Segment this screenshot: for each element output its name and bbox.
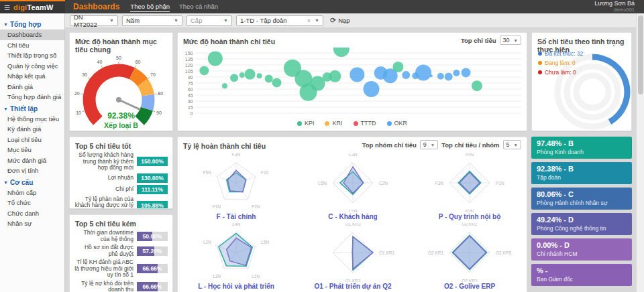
user-id: demo001 <box>594 7 635 13</box>
sidebar-item[interactable]: Mục tiêu <box>0 145 64 155</box>
bubble-panel-title: Mức độ hoàn thành chỉ tiêu <box>178 33 280 48</box>
svg-text:C5N: C5N <box>318 181 327 186</box>
org-score-card[interactable]: 49.24% - DPhòng Công nghệ thông tin <box>531 213 632 235</box>
clear-icon[interactable]: × <box>307 17 311 24</box>
header-tabs: Theo bộ phận Theo cá nhân <box>130 1 218 12</box>
sidebar-item[interactable]: Kỳ đánh giá <box>0 124 64 135</box>
chevron-down-icon: ▼ <box>315 18 319 23</box>
top-bad-row: Hồ sơ xin đất được phê duyệt57.20% <box>74 244 168 257</box>
svg-text:O1.KR3: O1.KR3 <box>345 223 361 226</box>
top-bad-list: Thời gian downtime của hệ thống50.00%Hồ … <box>70 230 172 292</box>
org-score-card[interactable]: 0.00% - DChi nhánh HCM <box>531 238 632 261</box>
status-dot-icon <box>538 70 542 74</box>
status-dot-icon <box>538 52 542 56</box>
legend-item[interactable]: TTTĐ <box>354 120 376 127</box>
org-score-card[interactable]: % -Ban Giám đốc <box>531 264 632 286</box>
caret-down-icon: ▼ <box>3 180 8 185</box>
radar-title: O2 - Golive ERP <box>444 283 495 290</box>
sidebar-item[interactable]: Hệ thống mục tiêu <box>0 114 64 125</box>
top-chi-tieu-label: Top chỉ tiêu <box>461 37 496 44</box>
kpi-label: Tỷ lệ nợ khó đòi trên doanh thu <box>74 281 133 292</box>
logo-prefix: digi <box>13 3 27 11</box>
level-select[interactable]: Cấp ▼ <box>186 15 232 26</box>
legend-item[interactable]: KPI <box>297 120 315 127</box>
sidebar-section-header[interactable]: ▼Cơ cấu <box>0 176 64 188</box>
legend-item[interactable]: OKR <box>387 120 408 127</box>
sidebar-item[interactable]: Mức đánh giá <box>0 155 64 166</box>
tab-theo-bo-phan[interactable]: Theo bộ phận <box>130 1 170 12</box>
legend-dot-icon <box>325 121 329 126</box>
svg-text:P1N: P1N <box>496 181 504 186</box>
top-good-list: Số lượng khách hàng trung thành ký thêm … <box>70 152 172 209</box>
radar-title: O1 - Phát triển dự án Q2 <box>314 283 391 290</box>
radar-panel: Tỷ lệ hoàn thành chỉ tiêu Top nhóm chỉ t… <box>177 137 527 292</box>
hamburger-menu-icon[interactable]: ☰ <box>4 4 10 11</box>
sidebar-item[interactable]: Tổ chức <box>0 198 64 208</box>
top-bad-row: Tỷ lệ nợ khó đòi trên doanh thu66.66% <box>74 281 168 292</box>
gauge-panel: Mức độ hoàn thành mục tiêu chung 0102030… <box>69 32 173 131</box>
sidebar-item[interactable]: Đánh giá <box>0 82 64 92</box>
org-score-card[interactable]: 97.48% - BPhòng Kinh doanh <box>531 137 632 159</box>
org-score-value: 49.24% - D <box>537 216 627 224</box>
svg-text:L2N: L2N <box>203 240 211 244</box>
org-name: Chi nhánh HCM <box>537 250 627 257</box>
sidebar-item[interactable]: Chỉ tiêu <box>0 40 64 51</box>
logo-suffix: TeamW <box>27 3 53 11</box>
sidebar-item[interactable]: Quản lý công việc <box>0 61 64 72</box>
svg-text:90: 90 <box>188 74 193 80</box>
sidebar-item[interactable]: Nhóm cấp <box>0 188 64 198</box>
radar-panel-title: Tỷ lệ hoàn thành chỉ tiêu <box>178 137 271 152</box>
status-legend-item: Đã kết thúc: 32 <box>538 50 583 57</box>
org-select[interactable]: 1-TD - Tập đoàn × ▼ <box>236 15 323 26</box>
sidebar-item[interactable]: Thiết lập trọng số <box>0 50 64 61</box>
tab-theo-ca-nhan[interactable]: Theo cá nhân <box>179 1 218 12</box>
bubble-legend: KPIKRITTTĐOKR <box>178 120 527 127</box>
reload-label: Nạp <box>338 17 350 24</box>
bubble-chart: 0153045607590105120135150 <box>178 48 527 117</box>
gauge-panel-title: Mức độ hoàn thành mục tiêu chung <box>70 33 172 56</box>
radar-cell: L4NL5NL1NL3NL2NL - Học hỏi và phát triển <box>178 223 294 292</box>
svg-text:40: 40 <box>97 60 103 64</box>
radar-cell: F3NF10F2NF1NF5NF - Tài chính <box>178 153 294 223</box>
svg-text:O2.KR1: O2.KR1 <box>428 250 444 255</box>
refresh-icon: ⟳ <box>330 16 336 25</box>
svg-text:L1N: L1N <box>252 274 260 279</box>
kpi-value-badge: 130.00% <box>137 173 168 183</box>
svg-text:F2N: F2N <box>252 204 260 209</box>
status-legend-label: Đang làm: 0 <box>545 60 576 66</box>
period-select[interactable]: DN MT2022 ▼ <box>70 15 118 26</box>
level-select-placeholder: Cấp <box>191 17 202 24</box>
scrollbar-thumb[interactable] <box>638 15 643 94</box>
kpi-value-badge: 105.88% <box>137 201 168 209</box>
radar-chart: P4NP1NP2NP3N <box>411 153 527 212</box>
top-group-select[interactable]: 9 ▼ <box>420 140 438 149</box>
legend-label: KRI <box>332 120 342 127</box>
radar-title: C - Khách hàng <box>328 213 377 220</box>
radar-cell: P4NP1NP2NP3NP - Quy trình nội bộ <box>411 153 527 223</box>
top-chi-tieu-select[interactable]: 30 ▼ <box>500 35 521 45</box>
svg-text:50: 50 <box>116 56 121 60</box>
reload-button[interactable]: ⟳ Nạp <box>327 16 353 25</box>
sidebar-item[interactable]: Dashboards <box>0 29 64 40</box>
sidebar-item[interactable]: Tổng hợp đánh giá <box>0 92 64 102</box>
sidebar-item[interactable]: Đơn vị tính <box>0 165 64 176</box>
org-name: Tập đoàn <box>537 174 627 181</box>
chevron-down-icon: ▼ <box>174 18 178 23</box>
sidebar-section-header[interactable]: ▼Tổng hợp <box>0 18 64 29</box>
user-block[interactable]: Lương Sơn Bá demo001 <box>594 1 644 13</box>
sidebar-section-label: Thiết lập <box>10 105 38 113</box>
chevron-down-icon: ▼ <box>223 18 228 23</box>
sidebar-item[interactable]: Nhân sự <box>0 218 64 229</box>
org-score-card[interactable]: 92.38% - BTập đoàn <box>531 162 632 184</box>
legend-item[interactable]: KRI <box>325 120 342 127</box>
period-select-value: DN MT2022 <box>74 13 105 28</box>
top-per-group-select[interactable]: 5 ▼ <box>503 140 521 149</box>
kpi-value: 66.66% <box>137 264 168 273</box>
sidebar-item[interactable]: Chức danh <box>0 208 64 219</box>
svg-text:L3N: L3N <box>213 274 221 279</box>
org-score-card[interactable]: 80.06% - CPhòng Hành chính Nhân sự <box>531 188 632 210</box>
sidebar-item[interactable]: Nhập kết quả <box>0 71 64 82</box>
sidebar-item[interactable]: Loại chỉ tiêu <box>0 135 64 145</box>
sidebar-section-header[interactable]: ▼Thiết lập <box>0 102 64 114</box>
year-select[interactable]: Năm ▼ <box>122 15 182 26</box>
